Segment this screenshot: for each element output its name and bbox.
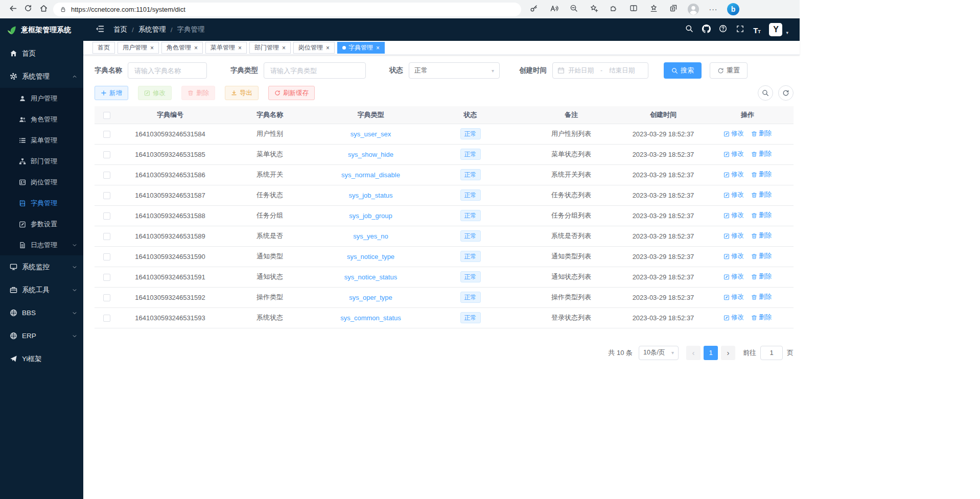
caret-down-icon[interactable]: ▾	[786, 30, 788, 36]
dict-type-link[interactable]: sys_yes_no	[353, 232, 388, 240]
edit-link[interactable]: 修改	[724, 293, 744, 301]
edit-link[interactable]: 修改	[724, 252, 744, 260]
dict-name-input[interactable]	[128, 62, 207, 79]
dict-type-link[interactable]: sys_job_status	[349, 192, 393, 199]
edit-link[interactable]: 修改	[724, 191, 744, 199]
browser-back-icon[interactable]	[5, 2, 20, 17]
dict-type-link[interactable]: sys_notice_type	[347, 253, 394, 260]
delete-link[interactable]: 删除	[751, 293, 772, 301]
row-checkbox[interactable]	[103, 172, 110, 179]
dict-type-link[interactable]: sys_job_group	[349, 212, 392, 220]
close-tab-icon[interactable]: ×	[238, 45, 242, 51]
sidebar-item-dept[interactable]: 部门管理	[0, 151, 83, 172]
sidebar-item-config[interactable]: 参数设置	[0, 213, 83, 234]
sidebar-item-post[interactable]: 岗位管理	[0, 172, 83, 193]
browser-home-icon[interactable]	[36, 2, 51, 17]
toggle-search-button[interactable]	[758, 85, 773, 101]
row-checkbox[interactable]	[103, 294, 110, 301]
delete-link[interactable]: 删除	[751, 150, 772, 158]
sidebar-toggle-button[interactable]	[95, 25, 105, 35]
export-button[interactable]: 导出	[225, 86, 259, 100]
delete-link[interactable]: 删除	[751, 252, 772, 260]
sidebar-item-dict[interactable]: 字典管理	[0, 193, 83, 213]
profile-avatar[interactable]	[686, 2, 701, 17]
row-checkbox[interactable]	[103, 315, 110, 322]
sidebar-item-log[interactable]: 日志管理	[0, 234, 83, 255]
favorites-bar-icon[interactable]	[646, 2, 661, 17]
tab-dept[interactable]: 部门管理×	[249, 42, 291, 54]
edit-link[interactable]: 修改	[724, 150, 744, 158]
edit-link[interactable]: 修改	[724, 231, 744, 240]
delete-link[interactable]: 删除	[751, 211, 772, 220]
refresh-table-button[interactable]	[778, 85, 794, 101]
github-icon[interactable]	[702, 25, 711, 34]
sidebar-item-menu[interactable]: 菜单管理	[0, 130, 83, 151]
edit-link[interactable]: 修改	[724, 170, 744, 179]
goto-page-input[interactable]	[760, 346, 783, 360]
date-range-picker[interactable]: 开始日期 - 结束日期	[552, 62, 648, 79]
sidebar-item-erp[interactable]: ERP	[0, 324, 83, 347]
browser-menu-icon[interactable]: ···	[706, 2, 721, 17]
dict-type-link[interactable]: sys_oper_type	[349, 294, 392, 301]
edit-link[interactable]: 修改	[724, 129, 744, 138]
dict-type-link[interactable]: sys_notice_status	[344, 273, 397, 281]
dict-type-link[interactable]: sys_normal_disable	[341, 171, 400, 179]
close-tab-icon[interactable]: ×	[376, 45, 380, 51]
browser-refresh-icon[interactable]	[20, 2, 36, 17]
tab-menu[interactable]: 菜单管理×	[205, 42, 247, 54]
sidebar-item-yi[interactable]: Yi框架	[0, 347, 83, 370]
sidebar-item-system[interactable]: 系统管理	[0, 65, 83, 88]
address-bar[interactable]: https://ccnetcore.com:1101/system/dict	[53, 3, 521, 16]
row-checkbox[interactable]	[103, 131, 110, 138]
tab-user[interactable]: 用户管理×	[118, 42, 159, 54]
tab-home[interactable]: 首页	[92, 42, 115, 54]
zoom-icon[interactable]	[566, 2, 581, 17]
sidebar-item-monitor[interactable]: 系统监控	[0, 255, 83, 278]
edit-button[interactable]: 修改	[138, 86, 172, 100]
row-checkbox[interactable]	[103, 253, 110, 260]
delete-link[interactable]: 删除	[751, 191, 772, 199]
close-tab-icon[interactable]: ×	[326, 45, 330, 51]
current-page-button[interactable]: 1	[704, 346, 718, 360]
dict-type-link[interactable]: sys_user_sex	[351, 130, 391, 138]
read-aloud-icon[interactable]	[546, 2, 562, 17]
edit-link[interactable]: 修改	[724, 272, 744, 281]
user-avatar[interactable]: Y	[769, 23, 782, 36]
row-checkbox[interactable]	[103, 274, 110, 281]
prev-page-button[interactable]: ‹	[686, 346, 701, 360]
next-page-button[interactable]: ›	[721, 346, 735, 360]
dict-type-link[interactable]: sys_show_hide	[348, 151, 393, 158]
row-checkbox[interactable]	[103, 192, 110, 199]
fullscreen-icon[interactable]	[735, 25, 744, 34]
close-tab-icon[interactable]: ×	[150, 45, 154, 51]
help-icon[interactable]	[718, 25, 728, 34]
delete-button[interactable]: 删除	[181, 86, 215, 100]
split-screen-icon[interactable]	[626, 2, 641, 17]
status-select[interactable]: 正常 ▾	[409, 62, 500, 79]
site-info-icon[interactable]	[60, 6, 66, 13]
row-checkbox[interactable]	[103, 233, 110, 240]
sidebar-item-user[interactable]: 用户管理	[0, 88, 83, 109]
password-key-icon[interactable]	[526, 2, 542, 17]
page-size-select[interactable]: 10条/页 ▾	[639, 346, 679, 360]
close-tab-icon[interactable]: ×	[194, 45, 198, 51]
sidebar-item-role[interactable]: 角色管理	[0, 109, 83, 130]
sidebar-item-bbs[interactable]: BBS	[0, 301, 83, 324]
search-icon[interactable]	[685, 25, 694, 34]
delete-link[interactable]: 删除	[751, 231, 772, 240]
tab-role[interactable]: 角色管理×	[161, 42, 203, 54]
select-all-checkbox[interactable]	[103, 112, 110, 119]
tab-post[interactable]: 岗位管理×	[293, 42, 335, 54]
font-size-icon[interactable]: TT	[752, 25, 761, 34]
reset-button[interactable]: 重置	[710, 62, 748, 79]
sidebar-item-tool[interactable]: 系统工具	[0, 278, 83, 301]
delete-link[interactable]: 删除	[751, 129, 772, 138]
dict-type-input[interactable]	[264, 62, 366, 79]
extensions-icon[interactable]	[606, 2, 621, 17]
add-favorite-icon[interactable]	[586, 2, 601, 17]
edit-link[interactable]: 修改	[724, 211, 744, 220]
refresh-cache-button[interactable]: 刷新缓存	[268, 86, 315, 100]
delete-link[interactable]: 删除	[751, 313, 772, 322]
row-checkbox[interactable]	[103, 212, 110, 220]
add-button[interactable]: 新增	[95, 86, 128, 100]
